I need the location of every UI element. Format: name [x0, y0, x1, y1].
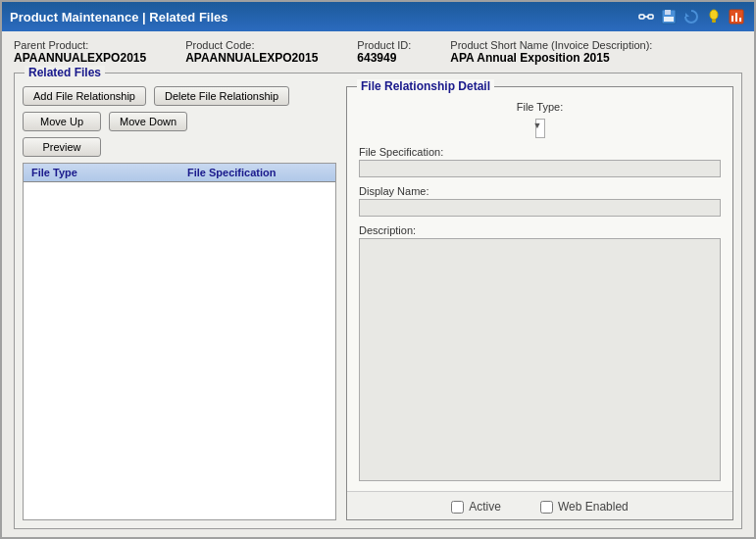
related-files-legend: Related Files [25, 66, 105, 79]
middle-button-row: Move Up Move Down [23, 112, 336, 131]
description-label: Description: [359, 224, 721, 236]
related-files-inner: Add File Relationship Delete File Relati… [23, 86, 733, 520]
add-file-relationship-button[interactable]: Add File Relationship [23, 86, 146, 106]
svg-rect-5 [664, 17, 674, 22]
parent-product-value: APAANNUALEXPO2015 [14, 51, 146, 65]
preview-button-row: Preview [23, 137, 336, 157]
product-code-value: APAANNUALEXPO2015 [185, 51, 318, 65]
file-type-select-wrapper [535, 119, 545, 138]
related-files-section: Related Files Add File Relationship Dele… [14, 73, 742, 529]
title-bar: Product Maintenance | Related Files [2, 2, 754, 31]
meta-row: Parent Product: APAANNUALEXPO2015 Produc… [14, 39, 742, 65]
chart-icon[interactable] [727, 7, 746, 26]
parent-product: Parent Product: APAANNUALEXPO2015 [14, 39, 146, 65]
lightbulb-icon[interactable] [704, 7, 724, 26]
svg-rect-8 [712, 20, 716, 23]
refresh-icon[interactable] [681, 7, 701, 26]
left-panel: Add File Relationship Delete File Relati… [23, 86, 336, 520]
main-content: Parent Product: APAANNUALEXPO2015 Produc… [2, 31, 754, 537]
toolbar-icons [636, 7, 746, 26]
product-id: Product ID: 643949 [357, 39, 411, 65]
active-label: Active [469, 500, 501, 514]
move-up-button[interactable]: Move Up [23, 112, 101, 131]
svg-rect-12 [739, 18, 741, 22]
file-relationship-detail-legend: File Relationship Detail [357, 79, 494, 93]
product-short-name: Product Short Name (Invoice Description)… [450, 39, 652, 65]
product-id-value: 643949 [357, 51, 411, 65]
delete-file-relationship-button[interactable]: Delete File Relationship [154, 86, 289, 106]
file-relationship-detail-panel: File Relationship Detail File Type: Fil [346, 86, 733, 520]
display-name-label: Display Name: [359, 185, 721, 197]
file-list: File Type File Specification [23, 163, 336, 520]
file-specification-column-header: File Specification [179, 164, 335, 181]
file-specification-input[interactable] [359, 160, 721, 177]
product-id-label: Product ID: [357, 39, 411, 51]
display-name-input[interactable] [359, 199, 721, 217]
file-specification-label: File Specification: [359, 146, 721, 158]
top-button-row: Add File Relationship Delete File Relati… [23, 86, 336, 106]
file-specification-row: File Specification: [359, 146, 721, 177]
svg-rect-11 [735, 13, 737, 22]
file-type-row: File Type: [359, 101, 721, 138]
file-type-label: File Type: [517, 101, 564, 113]
svg-marker-6 [685, 13, 689, 17]
active-checkbox-item: Active [451, 500, 501, 514]
product-short-name-value: APA Annual Exposition 2015 [450, 51, 652, 65]
product-code-label: Product Code: [185, 39, 318, 51]
right-panel-inner: File Type: File Specification: [347, 87, 732, 491]
svg-point-7 [710, 10, 718, 20]
product-short-name-label: Product Short Name (Invoice Description)… [450, 39, 652, 51]
display-name-row: Display Name: [359, 185, 721, 217]
bottom-checkboxes: Active Web Enabled [347, 491, 732, 519]
description-textarea[interactable] [359, 238, 721, 481]
web-enabled-checkbox-item: Web Enabled [540, 500, 629, 514]
active-checkbox[interactable] [451, 501, 464, 514]
svg-rect-10 [731, 16, 733, 22]
svg-rect-4 [665, 10, 671, 15]
file-list-header: File Type File Specification [24, 164, 335, 182]
preview-button[interactable]: Preview [23, 137, 101, 157]
file-type-column-header: File Type [24, 164, 179, 181]
move-down-button[interactable]: Move Down [109, 112, 187, 131]
main-window: Product Maintenance | Related Files [0, 0, 756, 539]
window-title: Product Maintenance | Related Files [10, 10, 228, 24]
svg-rect-0 [639, 15, 644, 19]
save-icon[interactable] [659, 7, 679, 26]
file-type-select[interactable] [535, 119, 545, 138]
link-icon[interactable] [636, 7, 656, 26]
parent-product-label: Parent Product: [14, 39, 146, 51]
description-row: Description: [359, 224, 721, 481]
web-enabled-checkbox[interactable] [540, 501, 553, 514]
svg-rect-1 [648, 15, 653, 19]
web-enabled-label: Web Enabled [558, 500, 629, 514]
product-code: Product Code: APAANNUALEXPO2015 [185, 39, 318, 65]
